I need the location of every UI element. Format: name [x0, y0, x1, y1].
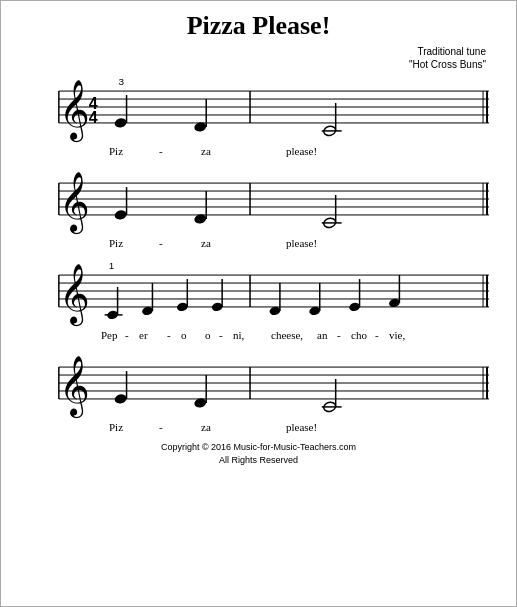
lyric-4-4: please!: [286, 421, 317, 433]
lyric-3-11: -: [337, 329, 351, 341]
lyric-4-1: Piz: [109, 421, 159, 433]
subtitle-line2: "Hot Cross Buns": [409, 59, 486, 70]
staff-svg-4: 𝄞: [21, 349, 496, 421]
subtitle-line1: Traditional tune: [417, 46, 486, 57]
copyright-line1: Copyright © 2016 Music-for-Music-Teacher…: [21, 441, 496, 454]
note-1-staff-4: [114, 393, 128, 405]
staff-svg-3: 𝄞 1: [21, 257, 496, 329]
treble-clef-3: 𝄞: [59, 264, 90, 327]
lyric-3-6: o: [205, 329, 219, 341]
lyrics-row-3: Pep - er - o o - ni, cheese, an - cho - …: [21, 329, 496, 341]
lyric-1-1: Piz: [109, 145, 159, 157]
staff-svg-1: 𝄞 4 4 3: [21, 73, 496, 145]
lyric-2-2: -: [159, 237, 201, 249]
treble-clef-2: 𝄞: [59, 172, 90, 235]
staff-section-1: 𝄞 4 4 3: [21, 73, 496, 157]
lyric-4-3: za: [201, 421, 286, 433]
lyric-3-8: ni,: [233, 329, 271, 341]
lyric-3-9: cheese,: [271, 329, 317, 341]
lyric-2-3: za: [201, 237, 286, 249]
lyric-3-3: er: [139, 329, 167, 341]
finger-3-1: 3: [119, 76, 125, 87]
staff-section-3: 𝄞 1: [21, 257, 496, 341]
staff-section-2: 𝄞 Piz - za please!: [21, 165, 496, 249]
lyric-3-1: Pep: [101, 329, 125, 341]
sheet-music-page: Pizza Please! Traditional tune "Hot Cros…: [0, 0, 517, 607]
lyrics-row-2: Piz - za please!: [21, 237, 496, 249]
note-1-staff-1: [114, 117, 128, 129]
lyric-3-2: -: [125, 329, 139, 341]
lyrics-row-1: Piz - za please!: [21, 145, 496, 157]
lyric-2-1: Piz: [109, 237, 159, 249]
lyric-3-7: -: [219, 329, 233, 341]
finger-1-3: 1: [109, 260, 115, 271]
treble-clef-4: 𝄞: [59, 356, 90, 419]
lyric-1-2: -: [159, 145, 201, 157]
lyric-3-14: vie,: [389, 329, 405, 341]
copyright: Copyright © 2016 Music-for-Music-Teacher…: [21, 441, 496, 466]
staff-svg-2: 𝄞: [21, 165, 496, 237]
time-sig-bottom-1: 4: [89, 109, 98, 126]
staff-section-4: 𝄞 Piz - za please!: [21, 349, 496, 433]
lyrics-row-4: Piz - za please!: [21, 421, 496, 433]
lyric-1-3: za: [201, 145, 286, 157]
lyric-3-5: o: [181, 329, 205, 341]
lyric-3-13: -: [375, 329, 389, 341]
treble-clef-1: 𝄞: [59, 80, 90, 143]
page-title: Pizza Please!: [21, 11, 496, 41]
lyric-3-12: cho: [351, 329, 375, 341]
note-1-staff-2: [114, 209, 128, 221]
lyric-4-2: -: [159, 421, 201, 433]
lyric-1-4: please!: [286, 145, 317, 157]
copyright-line2: All Rights Reserved: [21, 454, 496, 467]
lyric-3-4: -: [167, 329, 181, 341]
lyric-2-4: please!: [286, 237, 317, 249]
lyric-3-10: an: [317, 329, 337, 341]
subtitle: Traditional tune "Hot Cross Buns": [21, 45, 496, 71]
